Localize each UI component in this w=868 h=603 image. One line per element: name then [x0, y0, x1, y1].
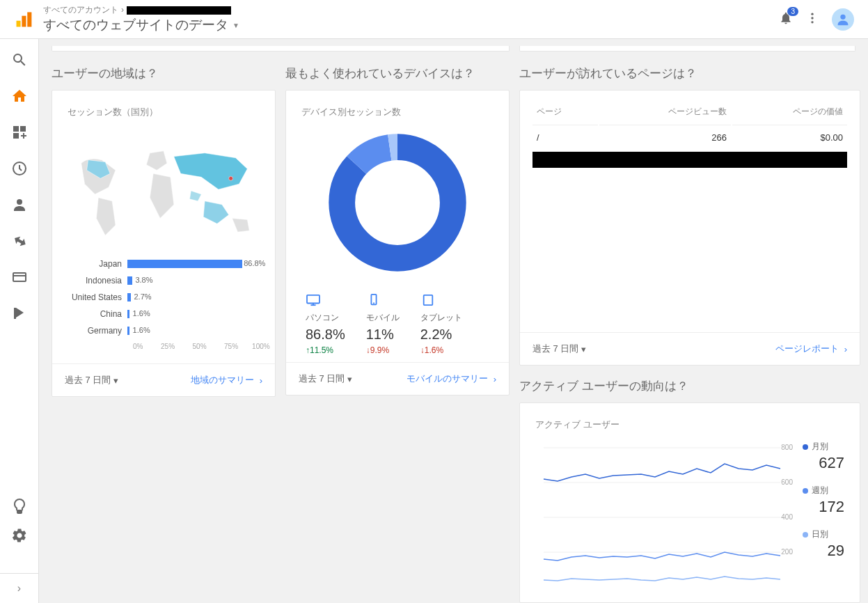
- pages-table: ページ ページビュー数 ページの価値 / 266 $0.00: [531, 99, 849, 169]
- svg-point-5: [811, 21, 813, 23]
- geo-report-link[interactable]: 地域のサマリー›: [191, 374, 262, 386]
- col-page-value: ページの価値: [732, 100, 847, 123]
- active-users-chart[interactable]: 800 600 400 200: [535, 441, 789, 587]
- pages-card: ページ ページビュー数 ページの価値 / 266 $0.00: [519, 90, 860, 366]
- date-range-selector[interactable]: 過去 7 日間 ▾: [299, 373, 352, 385]
- bar-row[interactable]: Germany1.6%: [68, 326, 260, 336]
- card-stub: [519, 46, 855, 52]
- admin-icon[interactable]: [11, 527, 28, 544]
- device-donut-chart[interactable]: [301, 130, 494, 276]
- svg-point-4: [811, 17, 813, 19]
- svg-rect-0: [17, 20, 21, 26]
- tablet-icon: [420, 294, 462, 309]
- svg-point-14: [229, 176, 233, 180]
- world-map[interactable]: [68, 128, 260, 253]
- bar-axis: 0% 25% 50% 75% 100%: [133, 343, 260, 357]
- header-title-block[interactable]: すべてのアカウント› すべてのウェブサイトのデータ ▼: [43, 4, 239, 34]
- breadcrumb[interactable]: すべてのアカウント›: [43, 4, 239, 16]
- realtime-icon[interactable]: [11, 160, 28, 177]
- svg-rect-8: [20, 126, 26, 132]
- section-heading-pages: ユーザーが訪れているページは？: [519, 65, 860, 81]
- avatar[interactable]: [832, 8, 854, 31]
- audience-icon[interactable]: [11, 196, 28, 213]
- more-menu-icon[interactable]: [805, 11, 819, 28]
- svg-rect-2: [27, 12, 31, 26]
- col-pageviews: ページビュー数: [599, 100, 731, 123]
- section-heading-devices: 最もよく使われているデバイスは？: [285, 65, 510, 81]
- legend-daily[interactable]: 日別 29: [803, 528, 844, 560]
- chevron-right-icon: ›: [844, 344, 847, 354]
- date-range-selector[interactable]: 過去 7 日間 ▾: [65, 374, 118, 386]
- chevron-down-icon: ▾: [347, 374, 352, 384]
- bar-row[interactable]: China1.6%: [68, 309, 260, 319]
- analytics-logo-icon: [14, 10, 33, 29]
- device-tablet[interactable]: タブレット 2.2% ↓1.6%: [420, 294, 462, 355]
- home-icon[interactable]: [11, 88, 28, 104]
- svg-point-3: [811, 13, 813, 15]
- customization-icon[interactable]: [11, 124, 28, 141]
- main-content: ユーザーの地域は？ セッション数（国別）: [39, 39, 868, 603]
- section-heading-geo: ユーザーの地域は？: [52, 65, 276, 81]
- desktop-icon: [306, 294, 345, 309]
- legend-weekly[interactable]: 週別 172: [803, 485, 844, 516]
- legend-dot-icon: [803, 488, 808, 494]
- bar-row[interactable]: Indonesia3.8%: [68, 276, 260, 285]
- header: すべてのアカウント› すべてのウェブサイトのデータ ▼ 3: [0, 0, 868, 39]
- chevron-right-icon: ›: [260, 375, 262, 386]
- collapse-sidebar-icon[interactable]: ›: [0, 573, 38, 603]
- notifications-button[interactable]: 3: [779, 11, 793, 28]
- notification-badge: 3: [787, 7, 798, 16]
- conversions-icon[interactable]: [11, 305, 28, 322]
- table-row-redacted: [532, 151, 847, 168]
- section-heading-active: アクティブ ユーザーの動向は？: [519, 378, 860, 394]
- bar-row[interactable]: United States2.7%: [68, 292, 260, 302]
- svg-rect-23: [423, 295, 432, 305]
- pages-report-link[interactable]: ページレポート›: [775, 343, 847, 355]
- svg-rect-12: [13, 273, 26, 281]
- chevron-right-icon: ›: [494, 374, 496, 384]
- trend-up-icon: ↑11.5%: [306, 345, 345, 355]
- svg-point-6: [840, 14, 845, 19]
- redacted-account-name: [127, 6, 231, 15]
- bar-row[interactable]: Japan86.8%: [68, 259, 260, 269]
- svg-rect-9: [13, 133, 19, 139]
- search-icon[interactable]: [11, 52, 28, 68]
- acquisition-icon[interactable]: [11, 233, 28, 249]
- geo-card: セッション数（国別）: [52, 90, 276, 397]
- date-range-selector[interactable]: 過去 7 日間 ▾: [532, 343, 586, 355]
- mobile-report-link[interactable]: モバイルのサマリー›: [407, 373, 496, 385]
- svg-rect-7: [13, 126, 19, 132]
- trend-down-icon: ↓9.9%: [366, 345, 400, 355]
- chevron-down-icon: ▾: [113, 375, 118, 386]
- active-users-legend: 月別 627 週別 172 日別 29: [803, 441, 844, 587]
- devices-card-title: デバイス別セッション数: [301, 106, 494, 118]
- table-row[interactable]: / 266 $0.00: [532, 125, 847, 150]
- trend-down-icon: ↓1.6%: [420, 345, 462, 355]
- legend-dot-icon: [803, 444, 808, 450]
- page-title: すべてのウェブサイトのデータ: [43, 16, 228, 34]
- device-mobile[interactable]: モバイル 11% ↓9.9%: [366, 294, 400, 355]
- active-users-card: アクティブ ユーザー 800 600: [519, 402, 860, 603]
- svg-point-11: [17, 199, 22, 205]
- mobile-icon: [366, 294, 400, 309]
- device-desktop[interactable]: パソコン 86.8% ↑11.5%: [306, 294, 345, 355]
- geo-card-title: セッション数（国別）: [68, 106, 260, 118]
- dropdown-icon[interactable]: ▼: [232, 22, 239, 29]
- svg-rect-18: [307, 295, 319, 304]
- active-users-title: アクティブ ユーザー: [535, 418, 844, 431]
- country-bar-chart: Japan86.8% Indonesia3.8% United States2.…: [68, 259, 260, 357]
- col-page: ページ: [532, 100, 598, 123]
- behavior-icon[interactable]: [11, 269, 28, 285]
- svg-rect-1: [22, 15, 26, 26]
- discover-icon[interactable]: [11, 498, 28, 515]
- legend-dot-icon: [803, 532, 808, 538]
- devices-card: デバイス別セッション数 パソコン 86.8% ↑11: [285, 90, 510, 396]
- chevron-down-icon: ▾: [581, 344, 586, 354]
- legend-monthly[interactable]: 月別 627: [803, 441, 844, 472]
- card-stub: [52, 46, 510, 52]
- sidebar: ›: [0, 39, 39, 603]
